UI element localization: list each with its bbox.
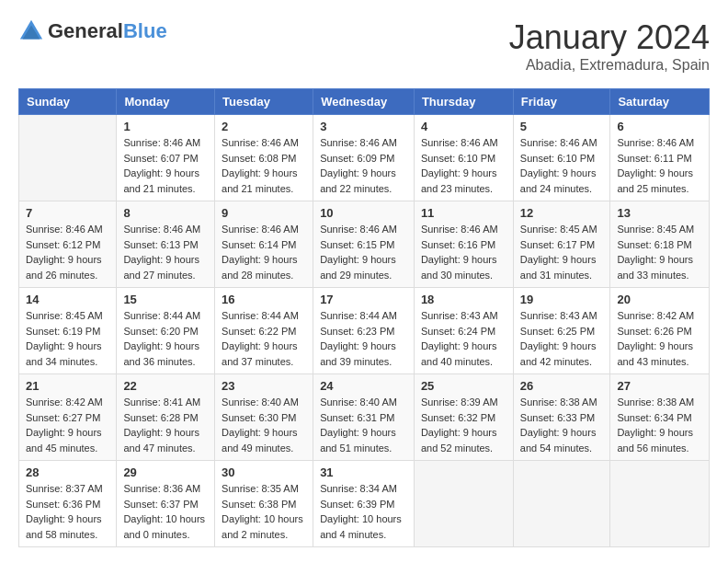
day-content-line: Daylight: 10 hours — [222, 513, 303, 524]
day-content: Sunrise: 8:34 AMSunset: 6:39 PMDaylight:… — [320, 481, 407, 542]
month-year: January 2024 — [509, 18, 710, 57]
calendar-cell: 3Sunrise: 8:46 AMSunset: 6:09 PMDaylight… — [313, 115, 415, 201]
day-content-line: Sunset: 6:31 PM — [320, 412, 394, 423]
calendar-cell: 29Sunrise: 8:36 AMSunset: 6:37 PMDayligh… — [117, 461, 215, 547]
day-content-line: Sunset: 6:15 PM — [320, 239, 394, 250]
calendar-week-row: 7Sunrise: 8:46 AMSunset: 6:12 PMDaylight… — [19, 201, 710, 288]
day-content-line: and 39 minutes. — [320, 356, 392, 367]
calendar-week-row: 14Sunrise: 8:45 AMSunset: 6:19 PMDayligh… — [19, 288, 710, 374]
day-content-line: Sunset: 6:18 PM — [617, 239, 691, 250]
day-number: 18 — [421, 293, 506, 306]
calendar-cell: 17Sunrise: 8:44 AMSunset: 6:23 PMDayligh… — [313, 288, 415, 374]
calendar-cell: 22Sunrise: 8:41 AMSunset: 6:28 PMDayligh… — [117, 374, 215, 461]
day-content-line: Sunset: 6:11 PM — [617, 153, 691, 164]
calendar-cell — [610, 461, 710, 547]
day-content: Sunrise: 8:45 AMSunset: 6:17 PMDaylight:… — [520, 222, 604, 282]
day-content-line: and 49 minutes. — [222, 442, 293, 454]
day-content-line: Daylight: 10 hours — [320, 513, 402, 524]
day-content-line: and 36 minutes. — [123, 356, 195, 367]
day-content: Sunrise: 8:42 AMSunset: 6:27 PMDaylight:… — [26, 395, 109, 455]
day-content-line: Sunset: 6:16 PM — [421, 239, 495, 250]
day-content: Sunrise: 8:45 AMSunset: 6:19 PMDaylight:… — [26, 308, 109, 369]
day-content-line: Daylight: 9 hours — [520, 340, 597, 351]
calendar-cell: 13Sunrise: 8:45 AMSunset: 6:18 PMDayligh… — [610, 201, 710, 288]
day-content-line: and 43 minutes. — [617, 356, 688, 367]
day-content-line: and 25 minutes. — [617, 183, 688, 194]
day-number: 13 — [617, 206, 702, 220]
calendar: Sunday Monday Tuesday Wednesday Thursday… — [18, 88, 710, 547]
day-content-line: Sunset: 6:08 PM — [222, 153, 296, 164]
calendar-cell: 30Sunrise: 8:35 AMSunset: 6:38 PMDayligh… — [215, 461, 313, 547]
day-content: Sunrise: 8:41 AMSunset: 6:28 PMDaylight:… — [123, 395, 208, 455]
day-content-line: and 21 minutes. — [222, 183, 293, 194]
day-content-line: Sunset: 6:22 PM — [222, 326, 296, 337]
calendar-week-row: 21Sunrise: 8:42 AMSunset: 6:27 PMDayligh… — [19, 374, 710, 461]
day-content-line: Sunrise: 8:42 AM — [26, 396, 103, 408]
day-content-line: and 31 minutes. — [520, 270, 592, 281]
day-content-line: and 40 minutes. — [421, 356, 493, 367]
day-content-line: Sunset: 6:38 PM — [222, 499, 296, 510]
day-content-line: Daylight: 9 hours — [617, 167, 693, 178]
day-content-line: and 54 minutes. — [520, 442, 592, 454]
day-content-line: Daylight: 9 hours — [520, 167, 597, 178]
day-content-line: Sunset: 6:23 PM — [320, 326, 394, 337]
day-number: 11 — [421, 206, 506, 220]
day-content-line: Sunset: 6:07 PM — [123, 153, 198, 164]
day-content-line: Sunrise: 8:34 AM — [320, 483, 397, 494]
day-content: Sunrise: 8:46 AMSunset: 6:11 PMDaylight:… — [617, 135, 702, 196]
calendar-cell: 5Sunrise: 8:46 AMSunset: 6:10 PMDaylight… — [513, 115, 610, 201]
day-content-line: Sunset: 6:37 PM — [123, 499, 198, 510]
day-content-line: Sunrise: 8:42 AM — [617, 310, 694, 321]
calendar-cell: 21Sunrise: 8:42 AMSunset: 6:27 PMDayligh… — [19, 374, 117, 461]
day-content-line: Sunrise: 8:46 AM — [617, 137, 694, 148]
day-content-line: Daylight: 9 hours — [26, 340, 102, 351]
day-number: 8 — [123, 206, 208, 220]
logo-text-general: General — [48, 19, 123, 42]
day-number: 14 — [26, 293, 109, 306]
calendar-cell: 4Sunrise: 8:46 AMSunset: 6:10 PMDaylight… — [414, 115, 513, 201]
day-content-line: Sunset: 6:24 PM — [421, 326, 495, 337]
day-content-line: Sunrise: 8:37 AM — [26, 483, 103, 494]
day-content-line: Sunset: 6:27 PM — [26, 412, 100, 423]
calendar-cell: 14Sunrise: 8:45 AMSunset: 6:19 PMDayligh… — [19, 288, 117, 374]
day-content-line: Sunset: 6:14 PM — [222, 239, 296, 250]
day-content-line: Sunrise: 8:43 AM — [421, 310, 498, 321]
day-content-line: Sunset: 6:26 PM — [617, 326, 691, 337]
calendar-cell: 2Sunrise: 8:46 AMSunset: 6:08 PMDaylight… — [215, 115, 313, 201]
day-number: 1 — [123, 120, 208, 133]
day-content-line: Daylight: 9 hours — [320, 167, 396, 178]
day-content-line: Daylight: 9 hours — [26, 427, 102, 438]
day-content: Sunrise: 8:43 AMSunset: 6:24 PMDaylight:… — [421, 308, 506, 369]
day-content-line: and 29 minutes. — [320, 270, 392, 281]
day-content-line: Daylight: 9 hours — [123, 167, 199, 178]
day-content-line: Sunrise: 8:40 AM — [222, 396, 299, 408]
day-number: 7 — [26, 206, 109, 220]
day-number: 29 — [123, 465, 208, 479]
day-content-line: Sunrise: 8:46 AM — [320, 224, 397, 235]
day-content: Sunrise: 8:46 AMSunset: 6:09 PMDaylight:… — [320, 135, 407, 196]
day-content-line: Daylight: 9 hours — [123, 254, 199, 265]
header-wednesday: Wednesday — [313, 89, 415, 115]
day-content-line: and 52 minutes. — [421, 442, 493, 454]
day-content-line: Daylight: 9 hours — [421, 254, 497, 265]
day-content-line: and 30 minutes. — [421, 270, 493, 281]
day-content-line: Sunrise: 8:43 AM — [520, 310, 597, 321]
day-number: 22 — [123, 379, 208, 393]
day-content-line: and 28 minutes. — [222, 270, 293, 281]
day-content: Sunrise: 8:40 AMSunset: 6:31 PMDaylight:… — [320, 395, 407, 455]
calendar-cell: 25Sunrise: 8:39 AMSunset: 6:32 PMDayligh… — [414, 374, 513, 461]
day-number: 27 — [617, 379, 702, 393]
calendar-week-row: 28Sunrise: 8:37 AMSunset: 6:36 PMDayligh… — [19, 461, 710, 547]
day-content-line: and 22 minutes. — [320, 183, 392, 194]
day-content-line: and 37 minutes. — [222, 356, 293, 367]
day-content-line: Sunrise: 8:46 AM — [222, 137, 299, 148]
calendar-cell: 7Sunrise: 8:46 AMSunset: 6:12 PMDaylight… — [19, 201, 117, 288]
calendar-cell: 24Sunrise: 8:40 AMSunset: 6:31 PMDayligh… — [313, 374, 415, 461]
day-content-line: Sunset: 6:33 PM — [520, 412, 595, 423]
day-number: 16 — [222, 293, 306, 306]
day-content: Sunrise: 8:43 AMSunset: 6:25 PMDaylight:… — [520, 308, 604, 369]
day-number: 10 — [320, 206, 407, 220]
logo-text-blue: Blue — [123, 19, 167, 42]
day-content: Sunrise: 8:38 AMSunset: 6:33 PMDaylight:… — [520, 395, 604, 455]
day-content: Sunrise: 8:46 AMSunset: 6:14 PMDaylight:… — [222, 222, 306, 282]
